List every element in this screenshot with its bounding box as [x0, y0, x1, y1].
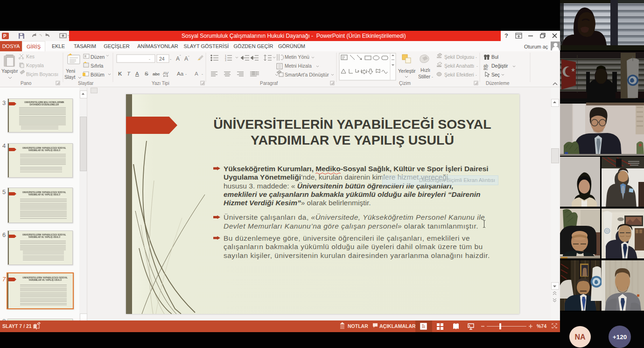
- svg-text:Paragraf: Paragraf: [260, 81, 278, 86]
- svg-text:Şekil Anahattı: Şekil Anahattı: [444, 63, 474, 69]
- svg-text:Şekil Dolgusu: Şekil Dolgusu: [444, 54, 474, 60]
- svg-text:-: -: [185, 72, 187, 77]
- svg-text:-: -: [149, 57, 150, 62]
- svg-text:A: A: [184, 56, 188, 62]
- svg-text:24: 24: [159, 56, 165, 62]
- svg-text:Bul: Bul: [491, 54, 498, 60]
- svg-text:Pano: Pano: [21, 81, 32, 86]
- svg-text:Sıfırla: Sıfırla: [91, 63, 104, 69]
- svg-text:Seç: Seç: [491, 72, 500, 77]
- svg-text:SmartArt'a Dönüştür: SmartArt'a Dönüştür: [285, 72, 329, 77]
- svg-text:P: P: [3, 34, 7, 39]
- svg-text:%74: %74: [537, 323, 546, 329]
- svg-text:NOTLAR: NOTLAR: [348, 323, 368, 329]
- svg-text:Stiller: Stiller: [418, 74, 431, 79]
- svg-text:+120: +120: [613, 334, 627, 341]
- svg-text:Yeni: Yeni: [66, 68, 75, 74]
- svg-text:Şekil Efektleri: Şekil Efektleri: [444, 72, 474, 77]
- svg-text:AÇIKLAMALAR: AÇIKLAMALAR: [379, 323, 416, 329]
- svg-text:-: -: [202, 72, 203, 77]
- svg-text:A: A: [135, 71, 139, 77]
- svg-text:Düzen: Düzen: [91, 54, 105, 60]
- svg-text:T: T: [127, 71, 131, 77]
- svg-text:Yerleştir: Yerleştir: [398, 68, 416, 74]
- svg-text:Metni Hizala: Metni Hizala: [285, 63, 312, 69]
- svg-text:Biçim Boyacısı: Biçim Boyacısı: [26, 71, 58, 77]
- svg-text:abc: abc: [153, 71, 160, 77]
- svg-text:NA: NA: [574, 333, 586, 341]
- svg-text:?: ?: [504, 32, 508, 39]
- svg-text:K: K: [118, 71, 122, 77]
- svg-text:-: -: [476, 73, 477, 77]
- svg-text:ˇ: ˇ: [188, 55, 189, 59]
- svg-text:Hızlı: Hızlı: [420, 67, 430, 73]
- svg-text:Kes: Kes: [26, 54, 35, 59]
- svg-text:Düzenleme: Düzenleme: [486, 81, 510, 86]
- svg-text:Slaytlar: Slaytlar: [78, 81, 94, 86]
- svg-text:-: -: [432, 75, 433, 79]
- svg-text:-: -: [476, 64, 478, 69]
- svg-text:Metin Yönü: Metin Yönü: [285, 54, 309, 60]
- svg-text:A: A: [195, 71, 198, 77]
- svg-text:Çizim: Çizim: [399, 81, 411, 86]
- svg-text:SLAYT 7 / 21: SLAYT 7 / 21: [2, 323, 32, 329]
- svg-text:Bölüm: Bölüm: [91, 72, 105, 77]
- svg-text:Yazı Tipi: Yazı Tipi: [152, 81, 169, 86]
- svg-text:-: -: [170, 57, 171, 62]
- svg-text:S: S: [145, 71, 148, 77]
- svg-text:Yapıştır: Yapıştır: [1, 68, 18, 74]
- svg-text:Slayt: Slayt: [64, 74, 75, 80]
- svg-text:ac: ac: [483, 66, 488, 71]
- svg-text:Kopyala: Kopyala: [26, 63, 44, 68]
- svg-text:Aa: Aa: [177, 71, 184, 77]
- svg-text:Değiştir: Değiştir: [491, 63, 508, 69]
- svg-text:A: A: [176, 56, 180, 62]
- svg-text:3: 3: [225, 59, 226, 62]
- svg-text:-: -: [476, 55, 477, 60]
- svg-text:ˆ: ˆ: [180, 54, 181, 58]
- svg-text:AV: AV: [163, 70, 169, 76]
